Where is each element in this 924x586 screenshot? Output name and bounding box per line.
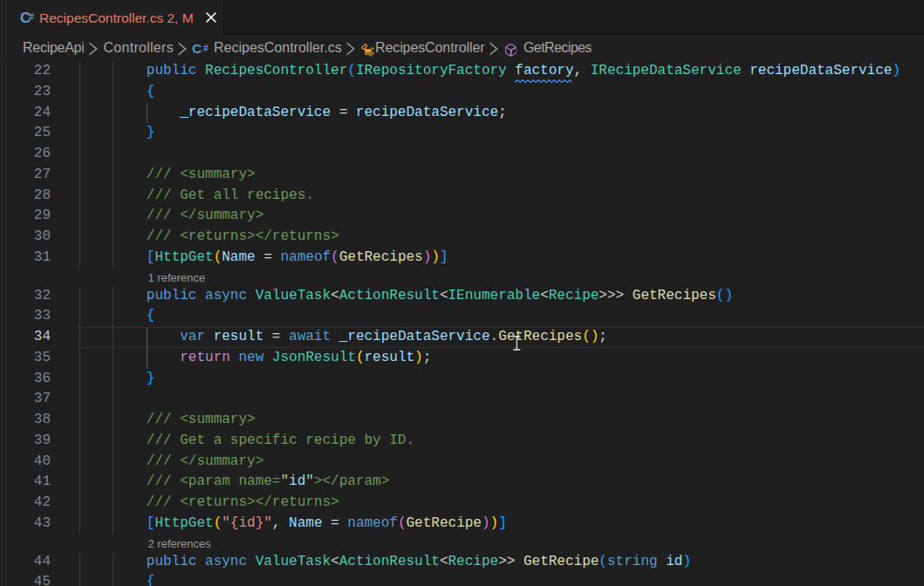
svg-text:C: C: [192, 41, 202, 56]
svg-text:#: #: [203, 44, 209, 53]
svg-text:#: #: [29, 12, 34, 22]
